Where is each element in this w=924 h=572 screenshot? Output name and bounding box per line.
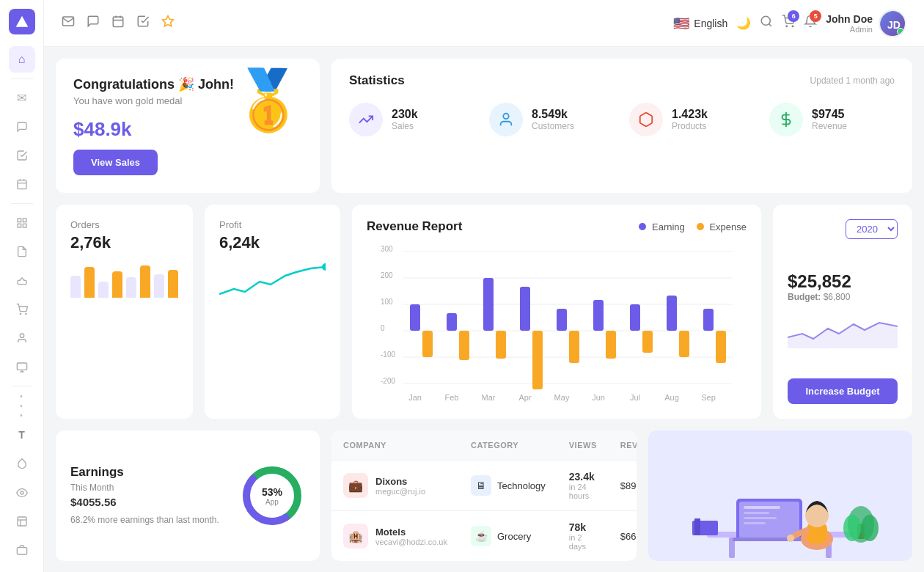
- category-cell-1: 🖥 Technology: [459, 461, 557, 511]
- category-icon-1: 🖥: [471, 475, 491, 496]
- svg-text:-200: -200: [381, 377, 395, 385]
- svg-text:Aug: Aug: [664, 393, 679, 402]
- sidebar-item-tasks[interactable]: [9, 142, 35, 168]
- cart-icon-header[interactable]: 6: [782, 15, 795, 32]
- sidebar-item-bag[interactable]: [9, 538, 35, 563]
- sidebar-item-report[interactable]: [9, 354, 35, 380]
- company-email-1: meguc@ruj.io: [375, 487, 425, 496]
- sidebar-item-layout[interactable]: [9, 508, 35, 534]
- year-select[interactable]: 2020 2019 2021: [846, 219, 898, 239]
- statistics-card: Statistics Updated 1 month ago 230k Sale…: [331, 59, 912, 193]
- stats-header: Statistics Updated 1 month ago: [349, 73, 895, 88]
- earning-legend: Earning: [639, 221, 684, 232]
- stat-sales-info: 230k Sales: [392, 108, 418, 131]
- orders-card: Orders 2,76k: [56, 205, 193, 419]
- sidebar-item-eye[interactable]: [9, 480, 35, 505]
- user-name: John Doe: [826, 13, 873, 25]
- sidebar-item-grid[interactable]: [9, 210, 35, 235]
- orders-bar-6: [140, 265, 150, 298]
- customers-icon: [489, 103, 523, 136]
- orders-bar-4: [112, 271, 122, 298]
- products-icon: [629, 103, 663, 136]
- svg-rect-58: [667, 296, 677, 331]
- language-selector[interactable]: 🇺🇸 English: [673, 15, 727, 32]
- category-cell-2: ☕ Grocery: [459, 511, 557, 562]
- header-task-icon[interactable]: [136, 15, 150, 32]
- sidebar-divider-3: [11, 386, 33, 386]
- sidebar-item-drop[interactable]: [9, 451, 35, 477]
- dark-mode-icon[interactable]: 🌙: [736, 16, 751, 30]
- sidebar-item-doc[interactable]: [9, 268, 35, 293]
- svg-rect-88: [744, 506, 780, 509]
- category-icon-2: ☕: [471, 526, 491, 546]
- increase-budget-button[interactable]: Increase Budget: [788, 378, 898, 404]
- earnings-left: Earnings This Month $4055.56 68.2% more …: [70, 465, 227, 527]
- views-val-2: 78k: [569, 521, 597, 533]
- svg-point-25: [761, 16, 770, 25]
- search-icon[interactable]: [760, 15, 773, 32]
- header-mail-icon[interactable]: [62, 15, 75, 32]
- sidebar-divider-1: [11, 78, 33, 79]
- header-star-icon[interactable]: [161, 15, 175, 32]
- revenue-icon: [769, 103, 803, 136]
- header-right: 🇺🇸 English 🌙 6 5 John Doe Admin: [673, 10, 906, 37]
- sidebar-item-file[interactable]: [9, 238, 35, 264]
- header-calendar-icon[interactable]: [111, 15, 125, 32]
- svg-rect-19: [17, 548, 26, 554]
- revenue-title: Revenue Report: [367, 219, 462, 234]
- col-company: COMPANY: [331, 430, 459, 461]
- svg-text:300: 300: [381, 245, 393, 253]
- svg-text:Jul: Jul: [630, 393, 640, 402]
- orders-bar-2: [84, 267, 95, 298]
- view-sales-button[interactable]: View Sales: [73, 150, 158, 175]
- header: 🇺🇸 English 🌙 6 5 John Doe Admin: [44, 0, 924, 47]
- notification-icon[interactable]: 5: [804, 15, 817, 32]
- company-email-2: vecavi@hodzi.co.uk: [375, 538, 447, 546]
- svg-rect-54: [593, 300, 604, 331]
- user-avatar[interactable]: JD: [879, 10, 906, 37]
- sidebar-more-1[interactable]: •••: [9, 392, 35, 419]
- row-3: Earnings This Month $4055.56 68.2% more …: [56, 430, 912, 561]
- svg-rect-53: [569, 331, 579, 363]
- table-wrap: COMPANY CATEGORY VIEWS REVENUE SALES: [331, 430, 637, 561]
- sidebar-item-chat[interactable]: [9, 114, 35, 139]
- company-icon-2: 🏨: [343, 524, 368, 549]
- earnings-note: 68.2% more earnings than last month.: [70, 514, 227, 527]
- donut-sub: App: [262, 498, 282, 506]
- table-header-row: COMPANY CATEGORY VIEWS REVENUE SALES: [331, 430, 637, 461]
- svg-point-31: [322, 263, 326, 271]
- svg-text:Sep: Sep: [701, 393, 716, 402]
- sidebar-item-user[interactable]: [9, 326, 35, 351]
- sidebar-item-mail[interactable]: ✉: [9, 85, 35, 111]
- revenue-value: $9745: [812, 108, 847, 121]
- medal-icon: 🥇: [232, 66, 305, 135]
- sidebar-item-cart[interactable]: [9, 296, 35, 322]
- svg-rect-12: [17, 363, 26, 370]
- illustration-card: [648, 430, 912, 561]
- earning-dot: [639, 223, 646, 230]
- stats-updated: Updated 1 month ago: [810, 76, 895, 86]
- views-cell-2: 78k in 2 days: [557, 511, 609, 562]
- header-chat-icon[interactable]: [87, 15, 100, 32]
- svg-text:Feb: Feb: [445, 393, 459, 402]
- svg-rect-49: [496, 331, 506, 359]
- earnings-title: Earnings: [70, 465, 227, 480]
- sidebar-item-home[interactable]: ⌂: [9, 46, 35, 72]
- sidebar-logo[interactable]: [9, 9, 35, 34]
- svg-text:Jan: Jan: [408, 393, 422, 402]
- sidebar-item-text[interactable]: T: [9, 422, 35, 447]
- revenue-card: Revenue Report Earning Expense: [352, 205, 761, 419]
- sidebar-item-calendar[interactable]: [9, 172, 35, 197]
- svg-rect-1: [18, 180, 26, 189]
- expense-dot: [697, 223, 704, 230]
- orders-value: 2,76k: [70, 233, 178, 252]
- svg-rect-46: [447, 313, 457, 331]
- orders-bar-3: [98, 282, 109, 298]
- row-2: Orders 2,76k Profit 6,24k: [56, 205, 912, 419]
- svg-rect-6: [23, 219, 26, 222]
- orders-bar-5: [126, 277, 136, 298]
- company-cell-1: 💼 Dixons meguc@ruj.io: [331, 461, 459, 511]
- revenue-cell-1: $891.2: [609, 461, 637, 511]
- avatar-initials: JD: [880, 11, 906, 37]
- svg-rect-56: [630, 304, 640, 331]
